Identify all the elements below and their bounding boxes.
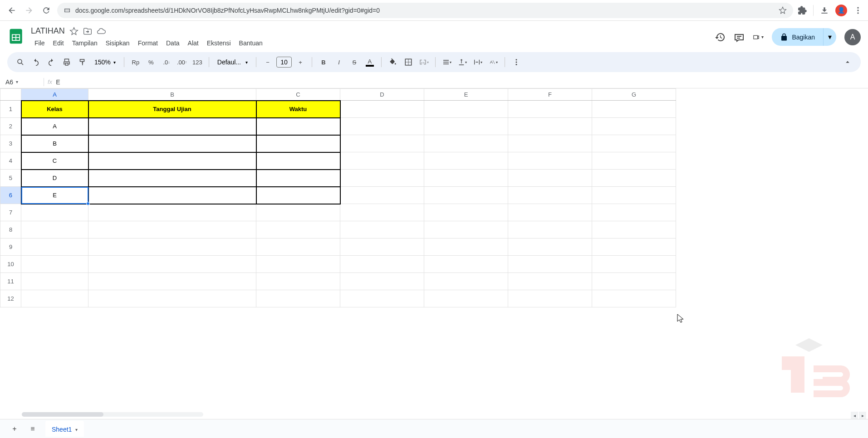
cell-E11[interactable] [424,273,508,290]
decrease-font-button[interactable]: − [261,55,275,69]
cell-B5[interactable] [88,170,256,187]
cell-A2[interactable]: A [21,118,88,135]
cell-G3[interactable] [592,135,676,152]
share-button[interactable]: Bagikan [772,28,824,46]
cell-E2[interactable] [424,118,508,135]
menu-file[interactable]: File [31,38,49,49]
row-header-5[interactable]: 5 [0,170,21,187]
col-header-F[interactable]: F [508,89,592,101]
comment-icon[interactable] [734,32,745,43]
cell-C8[interactable] [256,221,340,238]
font-size-input[interactable]: 10 [276,57,292,68]
doc-title[interactable]: LATIHAN [31,26,65,36]
cell-G1[interactable] [592,101,676,118]
cell-F10[interactable] [508,256,592,273]
account-avatar[interactable]: A [844,29,861,45]
cell-C4[interactable] [256,152,340,170]
cell-F6[interactable] [508,187,592,204]
chrome-menu-icon[interactable] [853,6,863,15]
cell-D2[interactable] [340,118,424,135]
cell-G4[interactable] [592,152,676,170]
bold-button[interactable]: B [317,55,330,69]
row-header-9[interactable]: 9 [0,238,21,256]
cell-F11[interactable] [508,273,592,290]
halign-button[interactable]: ▾ [440,55,454,69]
scroll-right-icon[interactable]: ▸ [859,412,866,418]
cell-F4[interactable] [508,152,592,170]
cell-E12[interactable] [424,290,508,307]
text-color-button[interactable]: A [363,55,377,69]
cell-C12[interactable] [256,290,340,307]
strike-button[interactable]: S [348,55,361,69]
cell-A9[interactable] [21,238,88,256]
download-icon[interactable] [820,6,829,15]
cell-B7[interactable] [88,204,256,221]
cell-B10[interactable] [88,256,256,273]
cell-D7[interactable] [340,204,424,221]
cell-B12[interactable] [88,290,256,307]
menu-bantuan[interactable]: Bantuan [235,38,266,49]
undo-button[interactable] [29,55,43,69]
cell-A5[interactable]: D [21,170,88,187]
increase-decimal-button[interactable]: .00↑ [175,55,189,69]
reload-button[interactable] [40,4,53,17]
borders-button[interactable] [402,55,415,69]
cell-F3[interactable] [508,135,592,152]
cell-B3[interactable] [88,135,256,152]
cell-E4[interactable] [424,152,508,170]
cell-D3[interactable] [340,135,424,152]
cell-B1[interactable]: Tanggal Ujian [88,101,256,118]
redo-button[interactable] [44,55,58,69]
collapse-toolbar-icon[interactable] [841,55,854,69]
cell-B8[interactable] [88,221,256,238]
cell-F8[interactable] [508,221,592,238]
num-format-button[interactable]: 123 [191,55,204,69]
cell-A6[interactable]: E [21,187,88,204]
cell-A3[interactable]: B [21,135,88,152]
cell-C7[interactable] [256,204,340,221]
cell-G8[interactable] [592,221,676,238]
wrap-button[interactable]: ▾ [471,55,485,69]
cell-C2[interactable] [256,118,340,135]
cell-A11[interactable] [21,273,88,290]
cell-F1[interactable] [508,101,592,118]
row-header-11[interactable]: 11 [0,273,21,290]
cell-G2[interactable] [592,118,676,135]
menu-alat[interactable]: Alat [184,38,202,49]
cell-E10[interactable] [424,256,508,273]
cell-G9[interactable] [592,238,676,256]
cell-B11[interactable] [88,273,256,290]
valign-button[interactable]: ▾ [456,55,469,69]
col-header-G[interactable]: G [592,89,676,101]
cell-D6[interactable] [340,187,424,204]
star-icon[interactable] [779,6,787,15]
history-icon[interactable] [715,32,726,43]
cell-E3[interactable] [424,135,508,152]
menu-format[interactable]: Format [134,38,162,49]
cell-E5[interactable] [424,170,508,187]
cell-C5[interactable] [256,170,340,187]
cell-E8[interactable] [424,221,508,238]
cell-G5[interactable] [592,170,676,187]
move-doc-icon[interactable] [83,27,92,36]
merge-button[interactable]: ▾ [417,55,431,69]
cell-D4[interactable] [340,152,424,170]
cell-A10[interactable] [21,256,88,273]
cell-A8[interactable] [21,221,88,238]
search-menu-icon[interactable] [14,55,27,69]
row-header-4[interactable]: 4 [0,152,21,170]
italic-button[interactable]: I [332,55,346,69]
cell-B9[interactable] [88,238,256,256]
cell-E6[interactable] [424,187,508,204]
more-toolbar-icon[interactable] [510,55,523,69]
spreadsheet-grid[interactable]: ABCDEFG1KelasTanggal UjianWaktu2A3B4C5D6… [0,88,868,418]
col-header-B[interactable]: B [88,89,256,101]
currency-button[interactable]: Rp [129,55,142,69]
menu-sisipkan[interactable]: Sisipkan [102,38,133,49]
cell-D5[interactable] [340,170,424,187]
font-select[interactable]: Defaul...▾ [214,58,251,66]
share-dropdown[interactable]: ▾ [824,28,836,46]
cell-D11[interactable] [340,273,424,290]
cell-C10[interactable] [256,256,340,273]
cell-F2[interactable] [508,118,592,135]
